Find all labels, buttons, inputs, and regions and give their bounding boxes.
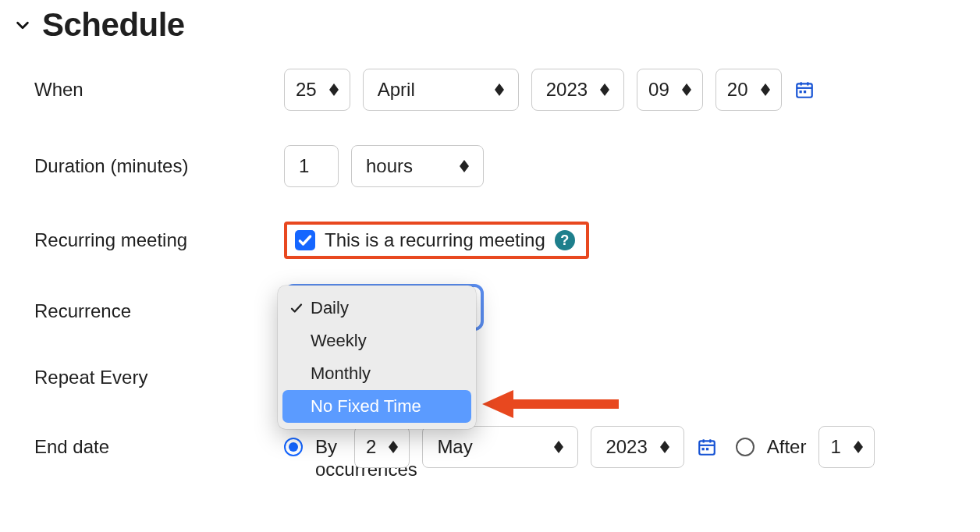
end-date-day-value: 2 xyxy=(366,436,376,458)
end-date-month-select[interactable]: May xyxy=(422,426,578,468)
when-year-value: 2023 xyxy=(546,79,588,101)
when-minute-select[interactable]: 20 xyxy=(715,69,782,111)
svg-marker-8 xyxy=(761,83,770,90)
svg-marker-21 xyxy=(389,447,398,453)
row-recurrence: Recurrence Daily Weekly Monthly xyxy=(14,290,966,332)
label-repeat-every: Repeat Every xyxy=(34,367,284,388)
row-repeat-every: Repeat Every xyxy=(14,367,966,388)
svg-rect-31 xyxy=(706,448,708,450)
spinner-icon xyxy=(329,83,339,96)
svg-marker-9 xyxy=(761,90,770,96)
when-day-select[interactable]: 25 xyxy=(284,69,350,111)
spinner-icon xyxy=(682,83,691,96)
svg-marker-5 xyxy=(600,90,609,96)
label-recurrence: Recurrence xyxy=(34,300,284,322)
label-when: When xyxy=(34,79,284,101)
svg-marker-3 xyxy=(495,90,504,96)
recurrence-option-label: Monthly xyxy=(311,364,371,384)
spinner-icon xyxy=(554,441,563,453)
spinner-icon xyxy=(660,441,669,453)
section-title: Schedule xyxy=(42,6,185,44)
svg-marker-33 xyxy=(854,447,863,453)
end-date-year-value: 2023 xyxy=(605,436,647,458)
svg-rect-14 xyxy=(799,90,801,93)
svg-rect-30 xyxy=(701,448,704,450)
recurrence-option-daily[interactable]: Daily xyxy=(282,292,471,325)
when-minute-value: 20 xyxy=(727,79,748,101)
svg-rect-10 xyxy=(797,83,812,97)
recurrence-option-label: No Fixed Time xyxy=(311,396,421,417)
recurrence-option-weekly[interactable]: Weekly xyxy=(282,325,471,357)
spinner-icon xyxy=(761,83,770,96)
svg-marker-20 xyxy=(389,441,398,447)
svg-marker-1 xyxy=(329,90,339,96)
recurrence-option-label: Daily xyxy=(311,298,349,318)
duration-value: 1 xyxy=(299,155,309,177)
end-date-day-select[interactable]: 2 xyxy=(354,426,410,468)
svg-marker-7 xyxy=(682,90,691,96)
spinner-icon xyxy=(495,83,504,96)
label-recurring: Recurring meeting xyxy=(34,229,284,251)
calendar-icon[interactable] xyxy=(794,80,815,100)
svg-marker-19 xyxy=(482,390,513,418)
end-date-after-radio[interactable] xyxy=(736,438,755,456)
recurrence-option-no-fixed-time[interactable]: No Fixed Time xyxy=(282,390,471,423)
svg-marker-23 xyxy=(554,447,563,453)
spinner-icon xyxy=(460,160,469,172)
duration-value-input[interactable]: 1 xyxy=(284,145,339,187)
svg-marker-17 xyxy=(460,166,469,172)
spinner-icon xyxy=(854,441,863,453)
end-date-by-radio[interactable] xyxy=(284,438,303,456)
duration-unit-value: hours xyxy=(366,155,447,177)
label-duration: Duration (minutes) xyxy=(34,155,284,177)
label-end-date: End date xyxy=(34,436,284,458)
help-icon[interactable]: ? xyxy=(555,230,575,250)
spinner-icon xyxy=(600,83,609,96)
recurrence-option-monthly[interactable]: Monthly xyxy=(282,357,471,390)
calendar-icon[interactable] xyxy=(697,437,717,457)
svg-marker-6 xyxy=(682,83,691,90)
end-date-after-label: After xyxy=(767,436,807,458)
row-when: When 25 April 2023 xyxy=(14,69,966,111)
svg-marker-16 xyxy=(460,160,469,166)
duration-unit-select[interactable]: hours xyxy=(351,145,484,187)
end-date-year-select[interactable]: 2023 xyxy=(591,426,684,468)
end-date-after-count-value: 1 xyxy=(830,436,840,458)
when-month-select[interactable]: April xyxy=(363,69,519,111)
checkmark-icon xyxy=(289,301,304,315)
when-hour-value: 09 xyxy=(648,79,669,101)
annotation-arrow-icon xyxy=(482,388,623,420)
row-recurring: Recurring meeting This is a recurring me… xyxy=(14,222,966,259)
end-date-month-value: May xyxy=(437,436,541,458)
row-duration: Duration (minutes) 1 hours xyxy=(14,145,966,187)
when-day-value: 25 xyxy=(296,79,317,101)
recurring-highlight: This is a recurring meeting ? xyxy=(284,222,589,259)
recurring-checkbox-label: This is a recurring meeting xyxy=(325,229,545,251)
when-year-select[interactable]: 2023 xyxy=(531,69,624,111)
recurring-checkbox[interactable] xyxy=(295,230,315,250)
when-hour-select[interactable]: 09 xyxy=(637,69,703,111)
svg-marker-0 xyxy=(329,83,339,90)
when-month-value: April xyxy=(378,79,482,101)
end-date-after-count-select[interactable]: 1 xyxy=(818,426,874,468)
schedule-section-header[interactable]: Schedule xyxy=(14,6,966,44)
svg-marker-4 xyxy=(600,83,609,90)
recurrence-dropdown: Daily Weekly Monthly No Fixed Time xyxy=(278,286,476,429)
svg-rect-15 xyxy=(803,90,805,93)
chevron-down-icon xyxy=(14,16,31,34)
recurrence-option-label: Weekly xyxy=(311,331,367,351)
svg-marker-22 xyxy=(554,441,563,447)
svg-marker-25 xyxy=(660,447,669,453)
svg-marker-2 xyxy=(495,83,504,90)
end-date-by-label: By xyxy=(315,436,337,458)
svg-marker-32 xyxy=(854,441,863,447)
svg-marker-24 xyxy=(660,441,669,447)
spinner-icon xyxy=(389,441,398,453)
